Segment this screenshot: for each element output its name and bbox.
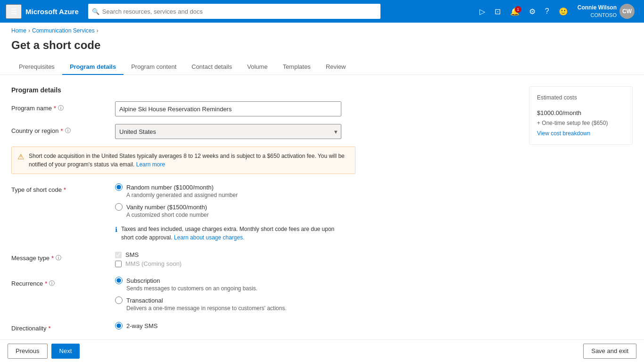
required-star-msg: * [51, 255, 54, 262]
tab-program-details[interactable]: Program details [62, 59, 124, 75]
search-input[interactable] [102, 8, 377, 15]
feedback-button[interactable]: 🙂 [555, 4, 572, 19]
radio-random-input[interactable] [115, 183, 123, 191]
warning-icon: ⚠ [17, 152, 24, 169]
breadcrumb-home[interactable]: Home [11, 27, 26, 34]
top-navigation: ☰ Microsoft Azure 🔍 ▷ ⊡ 🔔 1 ⚙ ? 🙂 Connie… [0, 0, 644, 23]
directionality-row: Directionality * 2-way SMS [11, 322, 518, 332]
page-title: Get a short code [0, 37, 644, 59]
feedback-icon: 🙂 [559, 7, 568, 16]
cloud-shell-icon: ▷ [479, 7, 485, 16]
message-type-info-icon[interactable]: ⓘ [56, 254, 61, 262]
mms-checkbox[interactable] [115, 261, 122, 267]
section-heading: Program details [11, 86, 518, 94]
radio-vanity: Vanity number ($1500/month) A customized… [115, 203, 341, 218]
message-type-row: Message type * ⓘ SMS MMS (Coming soon) [11, 251, 518, 269]
settings-button[interactable]: ⚙ [525, 4, 539, 19]
recurrence-group: Subscription Sends messages to customers… [115, 277, 341, 314]
recurrence-info-icon[interactable]: ⓘ [49, 280, 55, 288]
message-type-label: Message type * ⓘ [11, 251, 115, 262]
breadcrumb-service[interactable]: Communication Services [32, 27, 95, 34]
mms-label: MMS (Coming soon) [125, 260, 182, 267]
user-menu[interactable]: Connie Wilson CONTOSO CW [574, 2, 638, 21]
sms-checkbox-item: SMS [115, 251, 341, 258]
app-title: Microsoft Azure [25, 8, 79, 16]
country-control: United States [115, 124, 341, 139]
radio-transactional-input[interactable] [115, 296, 123, 304]
radio-2way-label: 2-way SMS [126, 322, 157, 329]
radio-transactional-desc: Delivers a one-time message in response … [126, 305, 341, 312]
country-row: Country or region * ⓘ United States [11, 124, 518, 139]
country-info-icon[interactable]: ⓘ [65, 127, 71, 135]
program-name-label: Program name * ⓘ [11, 101, 115, 112]
learn-more-link[interactable]: Learn more [136, 161, 165, 168]
directionality-control: 2-way SMS [115, 322, 341, 332]
cloud-shell-button[interactable]: ▷ [476, 4, 489, 19]
radio-vanity-label: Vanity number ($1500/month) [126, 204, 207, 211]
radio-random-desc: A randomly generated and assigned number [126, 192, 341, 198]
search-icon: 🔍 [92, 8, 99, 15]
sms-checkbox[interactable] [115, 252, 122, 258]
radio-vanity-input[interactable] [115, 203, 123, 211]
help-icon: ? [545, 7, 549, 16]
program-name-control [115, 101, 341, 116]
topnav-icons: ▷ ⊡ 🔔 1 ⚙ ? 🙂 Connie Wilson CONTOSO CW [476, 2, 638, 21]
taxes-info-text: Taxes and fees included, usage charges e… [121, 225, 341, 242]
directionality-label: Directionality * [11, 322, 115, 332]
program-name-row: Program name * ⓘ [11, 101, 518, 116]
taxes-info-box: ℹ Taxes and fees included, usage charges… [115, 225, 341, 242]
tab-templates[interactable]: Templates [275, 59, 318, 75]
radio-vanity-desc: A customized short code number [126, 212, 341, 218]
country-select-wrap: United States [115, 124, 341, 139]
help-button[interactable]: ? [541, 4, 553, 18]
tab-review[interactable]: Review [318, 59, 354, 75]
recurrence-row: Recurrence * ⓘ Subscription Sends messag… [11, 277, 518, 314]
radio-subscription-desc: Sends messages to customers on an ongoin… [126, 285, 341, 292]
tab-prerequisites[interactable]: Prerequisites [11, 59, 62, 75]
tabs-bar: Prerequisites Program details Program co… [0, 59, 644, 75]
tab-volume[interactable]: Volume [239, 59, 275, 75]
breadcrumb-sep-2: › [97, 27, 99, 34]
main-content: Program details Program name * ⓘ Country… [11, 86, 518, 340]
warning-text: Short code acquisition in the United Sta… [29, 152, 349, 169]
radio-random-label: Random number ($1000/month) [126, 184, 214, 191]
recurrence-label: Recurrence * ⓘ [11, 277, 115, 288]
radio-2way-input[interactable] [115, 322, 123, 329]
breadcrumb: Home › Communication Services › [0, 23, 644, 37]
radio-transactional-label: Transactional [126, 297, 163, 304]
breadcrumb-sep-1: › [28, 27, 30, 34]
sidebar: Estimated costs $1000.00/month + One-tim… [529, 86, 633, 340]
bottom-bar: Previous Next Save and exit [0, 339, 644, 340]
required-star-dir: * [48, 325, 50, 332]
notifications-button[interactable]: 🔔 1 [506, 4, 523, 19]
tab-contact-details[interactable]: Contact details [184, 59, 239, 75]
country-select[interactable]: United States [115, 124, 341, 139]
recurrence-control: Subscription Sends messages to customers… [115, 277, 341, 314]
info-icon-blue: ℹ [115, 226, 117, 233]
radio-random: Random number ($1000/month) A randomly g… [115, 183, 341, 198]
sms-label: SMS [125, 251, 139, 258]
cost-setup: + One-time setup fee ($650) [537, 120, 625, 126]
hamburger-menu[interactable]: ☰ [6, 4, 22, 19]
required-star: * [54, 105, 56, 112]
program-name-input[interactable] [115, 101, 341, 116]
mms-checkbox-item: MMS (Coming soon) [115, 260, 341, 267]
user-org: CONTOSO [578, 12, 617, 18]
usage-charges-link[interactable]: Learn about usage charges. [174, 234, 244, 241]
cost-card-title: Estimated costs [537, 94, 625, 101]
radio-subscription-input[interactable] [115, 277, 123, 284]
warning-box: ⚠ Short code acquisition in the United S… [11, 147, 355, 174]
radio-2way: 2-way SMS [115, 322, 341, 329]
portal-settings-button[interactable]: ⊡ [491, 4, 504, 19]
radio-transactional: Transactional Delivers a one-time messag… [115, 296, 341, 312]
tab-program-content[interactable]: Program content [124, 59, 184, 75]
content-area: Program details Program name * ⓘ Country… [0, 75, 644, 340]
radio-subscription: Subscription Sends messages to customers… [115, 277, 341, 292]
required-star-country: * [60, 127, 63, 134]
search-bar: 🔍 [88, 4, 380, 19]
program-name-info-icon[interactable]: ⓘ [58, 104, 64, 112]
user-name: Connie Wilson [578, 4, 617, 12]
view-cost-breakdown-link[interactable]: View cost breakdown [537, 130, 625, 137]
country-label: Country or region * ⓘ [11, 124, 115, 135]
avatar: CW [619, 4, 635, 19]
